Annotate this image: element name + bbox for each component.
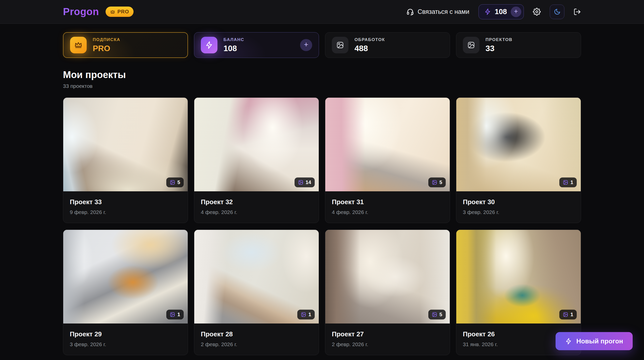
gear-icon — [533, 8, 541, 16]
project-footer: Проект 28 2 февр. 2026 г. — [194, 323, 319, 355]
page-title: Мои проекты — [63, 69, 581, 80]
pro-badge-label: PRO — [117, 9, 129, 15]
image-count: 5 — [439, 312, 442, 317]
main-content: ПОДПИСКА PRO БАЛАНС 108 + ОБРАБОТОК 488 — [63, 32, 581, 360]
stat-card-processed: ОБРАБОТОК 488 — [325, 32, 450, 58]
image-count-badge: 1 — [559, 177, 577, 187]
project-card[interactable]: 1 Проект 29 3 февр. 2026 г. — [63, 230, 188, 355]
crown-icon — [74, 41, 83, 49]
stat-card-projects: ПРОЕКТОВ 33 — [456, 32, 581, 58]
bolt-icon — [565, 338, 572, 345]
processed-icon-box — [332, 37, 348, 53]
project-card[interactable]: 5 Проект 31 4 февр. 2026 г. — [325, 97, 450, 223]
image-count: 14 — [306, 179, 311, 185]
image-count-badge: 5 — [428, 310, 446, 319]
project-title: Проект 30 — [463, 198, 574, 206]
stat-texts: ПРОЕКТОВ 33 — [486, 37, 512, 53]
stat-card-balance[interactable]: БАЛАНС 108 + — [194, 32, 319, 58]
project-image: 5 — [325, 98, 450, 191]
stat-texts: БАЛАНС 108 — [223, 37, 244, 53]
project-date: 2 февр. 2026 г. — [201, 341, 312, 347]
projects-count-subtitle: 33 проектов — [63, 83, 581, 89]
bolt-icon — [484, 8, 491, 15]
image-count: 1 — [570, 312, 573, 317]
stat-label: БАЛАНС — [223, 37, 244, 42]
logout-button[interactable] — [573, 8, 581, 16]
brand: Progon PRO — [63, 6, 134, 17]
project-date: 9 февр. 2026 г. — [70, 209, 181, 215]
image-icon — [301, 312, 306, 317]
image-icon — [298, 180, 303, 185]
project-title: Проект 31 — [332, 198, 443, 206]
image-count-badge: 14 — [295, 177, 315, 187]
header-actions: Связаться с нами 108 + — [406, 4, 581, 19]
subscription-icon-box — [70, 37, 87, 53]
image-count-badge: 1 — [297, 310, 315, 319]
project-card[interactable]: 5 Проект 27 2 февр. 2026 г. — [325, 230, 450, 355]
image-icon — [170, 312, 175, 317]
contact-us-button[interactable]: Связаться с нами — [406, 8, 469, 16]
headset-icon — [406, 8, 414, 16]
theme-toggle-button[interactable] — [550, 5, 564, 19]
project-card[interactable]: 5 Проект 33 9 февр. 2026 г. — [63, 97, 188, 223]
image-icon — [467, 41, 475, 49]
project-image: 5 — [63, 98, 188, 191]
project-date: 4 февр. 2026 г. — [201, 209, 312, 215]
image-count: 5 — [439, 179, 442, 185]
logout-icon — [573, 8, 581, 16]
project-image: 1 — [456, 230, 581, 323]
image-icon — [170, 180, 175, 185]
project-title: Проект 29 — [70, 330, 181, 338]
project-card[interactable]: 1 Проект 28 2 февр. 2026 г. — [194, 230, 319, 355]
stat-card-subscription[interactable]: ПОДПИСКА PRO — [63, 32, 188, 58]
settings-button[interactable] — [533, 8, 541, 16]
topup-button[interactable]: + — [511, 7, 521, 17]
project-date: 3 февр. 2026 г. — [70, 341, 181, 347]
stat-value: 33 — [486, 44, 512, 53]
stat-label: ПОДПИСКА — [93, 37, 120, 42]
image-count-badge: 5 — [166, 177, 184, 187]
project-title: Проект 27 — [332, 330, 443, 338]
project-image: 1 — [456, 98, 581, 191]
stat-value: 488 — [355, 44, 385, 53]
image-count: 1 — [570, 179, 573, 185]
image-count-badge: 5 — [428, 177, 446, 187]
header-balance-value: 108 — [495, 8, 507, 16]
project-image: 14 — [194, 98, 319, 191]
project-title: Проект 32 — [201, 198, 312, 206]
contact-us-label: Связаться с нами — [417, 8, 469, 15]
image-icon — [563, 312, 568, 317]
new-run-button[interactable]: Новый прогон — [556, 332, 633, 350]
image-count: 1 — [308, 312, 311, 317]
new-run-label: Новый прогон — [576, 337, 623, 345]
project-card[interactable]: 14 Проект 32 4 февр. 2026 г. — [194, 97, 319, 223]
app-logo: Progon — [63, 6, 99, 17]
image-icon — [336, 41, 344, 49]
stat-label: ПРОЕКТОВ — [486, 37, 512, 42]
project-footer: Проект 27 2 февр. 2026 г. — [325, 323, 450, 355]
crown-icon — [110, 9, 115, 14]
project-date: 2 февр. 2026 г. — [332, 341, 443, 347]
stat-texts: ПОДПИСКА PRO — [93, 37, 120, 53]
project-card[interactable]: 1 Проект 30 3 февр. 2026 г. — [456, 97, 581, 223]
project-footer: Проект 30 3 февр. 2026 г. — [456, 191, 581, 223]
project-footer: Проект 29 3 февр. 2026 г. — [63, 323, 188, 355]
stats-row: ПОДПИСКА PRO БАЛАНС 108 + ОБРАБОТОК 488 — [63, 32, 581, 58]
pro-badge[interactable]: PRO — [106, 7, 134, 17]
stat-label: ОБРАБОТОК — [355, 37, 385, 42]
balance-topup-button[interactable]: + — [300, 39, 312, 51]
header-balance-pill[interactable]: 108 + — [478, 4, 524, 19]
moon-icon — [554, 8, 561, 15]
stat-texts: ОБРАБОТОК 488 — [355, 37, 385, 53]
project-date: 3 февр. 2026 г. — [463, 209, 574, 215]
projects-section-head: Мои проекты 33 проектов — [63, 69, 581, 89]
image-icon — [432, 180, 437, 185]
project-footer: Проект 31 4 февр. 2026 г. — [325, 191, 450, 223]
project-title: Проект 28 — [201, 330, 312, 338]
image-icon — [563, 180, 568, 185]
project-image: 1 — [63, 230, 188, 323]
bolt-icon — [205, 41, 213, 49]
balance-icon-box — [201, 37, 217, 53]
stat-value: 108 — [223, 44, 244, 53]
stat-value: PRO — [93, 44, 120, 53]
